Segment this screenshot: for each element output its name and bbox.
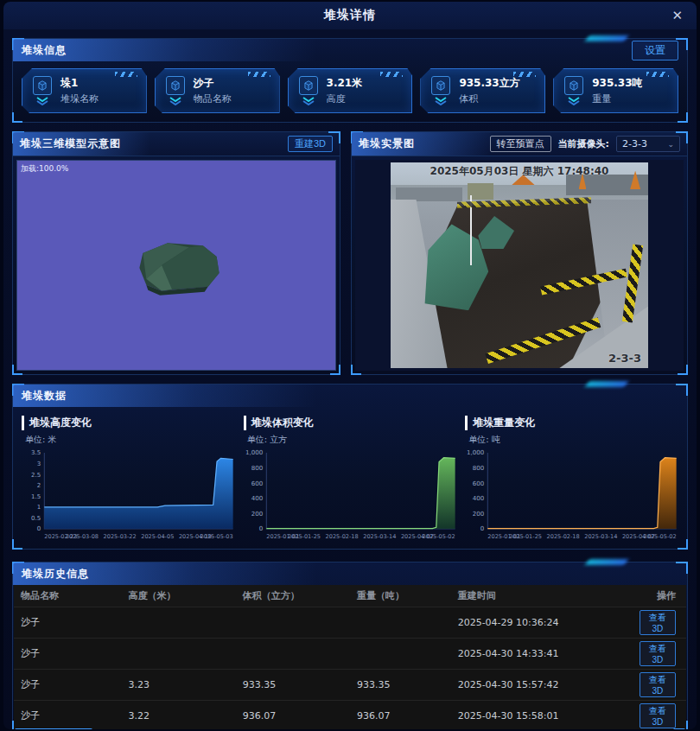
view-3d-button[interactable]: 查看3D (640, 641, 676, 666)
table-cell: 2025-04-30 15:58:01 (451, 701, 633, 730)
camera-timestamp-overlay: 2025年05月03日 星期六 17:48:40 (430, 164, 609, 179)
settings-button[interactable]: 设置 (632, 41, 678, 60)
chart-3: 堆垛重量变化单位: 吨02004006008001,0002025-01-012… (463, 410, 680, 548)
svg-text:2025-02-18: 2025-02-18 (325, 533, 358, 540)
model-3d-title: 堆垛三维模型示意图 (20, 137, 121, 151)
chart-unit-label: 单位: 吨 (468, 434, 680, 446)
chevron-down-icon (567, 97, 581, 105)
chevron-down-icon (35, 97, 49, 105)
card-icon-stack (166, 76, 185, 105)
chart-title: 堆垛高度变化 (22, 416, 237, 430)
history-section: 堆垛历史信息 物品名称高度（米）体积（立方）重量（吨）重建时间操作 沙子2025… (12, 562, 688, 729)
scrollbar-thumb[interactable] (15, 728, 92, 729)
info-card: 3.21米高度 (288, 68, 413, 113)
column-header: 重量（吨） (350, 585, 451, 607)
card-value: 沙子 (194, 76, 232, 91)
table-body: 沙子2025-04-29 10:36:24查看3D沙子2025-04-30 14… (14, 607, 686, 730)
chevron-down-icon: ⌄ (667, 140, 674, 149)
table-row: 沙子3.23933.35933.352025-04-30 15:57:42查看3… (14, 670, 686, 701)
chart-plot: 00.511.522.533.52025-02-232025-03-082025… (20, 448, 237, 544)
table-cell: 3.23 (121, 670, 235, 701)
info-card: 935.33吨重量 (553, 68, 678, 113)
svg-text:1: 1 (37, 503, 41, 511)
view-3d-button[interactable]: 查看3D (640, 610, 676, 635)
table-cell: 2025-04-30 15:57:42 (451, 670, 633, 701)
card-label: 堆垛名称 (60, 92, 99, 105)
svg-text:1,000: 1,000 (245, 449, 263, 457)
table-cell: 936.07 (236, 701, 350, 730)
horizontal-scrollbar[interactable] (13, 728, 687, 729)
svg-text:1.5: 1.5 (31, 493, 41, 500)
svg-text:2: 2 (37, 481, 41, 489)
model-3d-viewport[interactable]: 加载:100.0% (16, 160, 336, 371)
table-cell: 3.22 (121, 701, 235, 730)
goto-preset-button[interactable]: 转至预置点 (490, 136, 551, 152)
svg-text:800: 800 (251, 464, 262, 472)
card-icon-stack (299, 76, 318, 105)
chart-plot: 02004006008001,0002025-01-012025-01-2520… (242, 448, 459, 544)
chevron-down-icon (302, 97, 315, 105)
table-cell: 2025-04-29 10:36:24 (451, 607, 633, 639)
model-3d-section: 堆垛三维模型示意图 重建3D 加载:100.0% (12, 131, 340, 375)
column-header: 物品名称 (14, 585, 121, 607)
table-cell: 沙子 (14, 607, 121, 639)
chart-row: 堆垛高度变化单位: 米00.511.522.533.52025-02-23202… (13, 407, 687, 548)
table-cell: 沙子 (14, 701, 121, 730)
table-cell: 2025-04-30 14:33:41 (451, 639, 633, 670)
chart-2: 堆垛体积变化单位: 立方02004006008001,0002025-01-01… (242, 410, 459, 548)
column-header: 高度（米） (121, 585, 235, 607)
svg-text:200: 200 (251, 510, 262, 518)
chevron-down-icon (169, 97, 182, 105)
svg-text:2.5: 2.5 (31, 471, 41, 479)
stack-data-header: 堆垛数据 (13, 385, 687, 407)
history-title: 堆垛历史信息 (22, 567, 89, 582)
modal-body: 堆垛信息 设置 垛1堆垛名称沙子物品名称3.21米高度935.33立方体积935… (3, 29, 697, 729)
table-cell: 936.07 (350, 701, 451, 730)
card-label: 体积 (459, 92, 519, 105)
svg-text:0: 0 (480, 525, 484, 533)
card-icon-stack (33, 76, 52, 105)
camera-view-area: 2025年05月03日 星期六 17:48:40 2-3-3 (355, 160, 684, 371)
column-header: 体积（立方） (236, 585, 350, 607)
chart-title: 堆垛重量变化 (465, 416, 680, 430)
svg-text:2025-02-18: 2025-02-18 (547, 533, 580, 540)
view-3d-button[interactable]: 查看3D (640, 672, 676, 697)
scrollbar-end (673, 728, 685, 729)
camera-select-dropdown[interactable]: 2-3-3 ⌄ (616, 136, 680, 152)
svg-text:2025-01-25: 2025-01-25 (288, 533, 321, 540)
card-icon-stack (431, 76, 450, 105)
svg-text:2025-03-22: 2025-03-22 (104, 533, 137, 540)
svg-text:0: 0 (37, 525, 41, 533)
chart-unit-label: 单位: 立方 (247, 434, 459, 446)
column-header: 重建时间 (451, 585, 633, 607)
table-cell (350, 607, 451, 639)
rebuild-3d-button[interactable]: 重建3D (288, 136, 333, 152)
stack-name-icon (33, 76, 52, 95)
svg-text:2025-04-05: 2025-04-05 (141, 533, 174, 540)
camera-photo[interactable]: 2025年05月03日 星期六 17:48:40 2-3-3 (391, 162, 648, 368)
modal-titlebar: 堆垛详情 ✕ (3, 2, 697, 29)
height-icon (299, 76, 318, 95)
svg-text:2025-01-25: 2025-01-25 (509, 533, 542, 540)
info-card-row: 垛1堆垛名称沙子物品名称3.21米高度935.33立方体积935.33吨重量 (13, 61, 687, 113)
chart-plot: 02004006008001,0002025-01-012025-01-2520… (463, 448, 680, 544)
table-cell (236, 639, 350, 670)
table-cell (121, 607, 235, 639)
table-cell: 沙子 (14, 670, 121, 701)
view-3d-button[interactable]: 查看3D (640, 703, 676, 728)
table-header-row: 物品名称高度（米）体积（立方）重量（吨）重建时间操作 (14, 585, 686, 607)
svg-text:2025-05-03: 2025-05-03 (200, 533, 233, 540)
svg-text:400: 400 (473, 494, 484, 502)
svg-text:0.5: 0.5 (31, 514, 41, 522)
history-header: 堆垛历史信息 (13, 563, 687, 585)
stack-3d-mesh (17, 161, 335, 370)
svg-text:0: 0 (258, 525, 262, 533)
close-icon[interactable]: ✕ (671, 7, 683, 24)
info-card: 935.33立方体积 (420, 68, 545, 113)
table-cell (121, 639, 235, 670)
stack-info-title: 堆垛信息 (22, 43, 67, 58)
chevron-down-icon (434, 97, 448, 105)
photo-shape (396, 188, 462, 202)
card-label: 高度 (327, 92, 363, 105)
table-row: 沙子3.22936.07936.072025-04-30 15:58:01查看3… (14, 701, 686, 730)
